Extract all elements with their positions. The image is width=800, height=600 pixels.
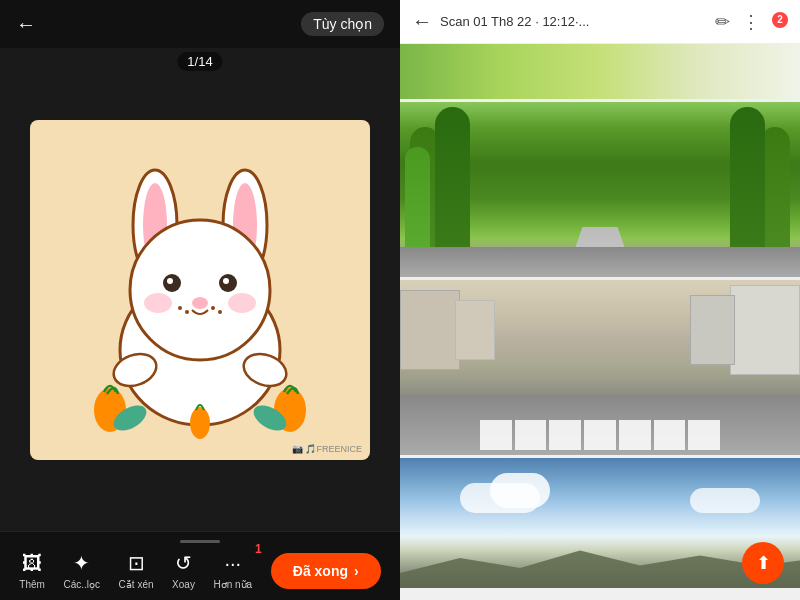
svg-point-5 [130, 220, 270, 360]
share-icon: ⬆ [756, 552, 771, 574]
done-arrow: › [354, 563, 359, 579]
image-green-strip [400, 44, 800, 99]
options-button[interactable]: Tùy chọn [301, 12, 384, 36]
add-label: Thêm [19, 579, 45, 590]
svg-point-10 [192, 297, 208, 309]
left-image-area: 📷🎵FREENICE [0, 48, 400, 531]
image-slot-strip [400, 44, 800, 99]
zebra-crossing [480, 420, 720, 450]
bottom-toolbar: 🖼 Thêm ✦ Các..lọc ⊡ Cắt xén ↺ Xoay ··· H… [0, 531, 400, 600]
watermark: 📷🎵FREENICE [292, 444, 362, 454]
svg-point-9 [223, 278, 229, 284]
right-images-list [400, 44, 800, 600]
svg-point-7 [167, 278, 173, 284]
crop-label: Cắt xén [119, 579, 154, 590]
filter-icon: ✦ [73, 551, 90, 575]
image-street [400, 280, 800, 455]
toolbar-crop[interactable]: ⊡ Cắt xén [119, 551, 154, 590]
done-label: Đã xong [293, 563, 348, 579]
rotate-label: Xoay [172, 579, 195, 590]
crop-icon: ⊡ [128, 551, 145, 575]
svg-point-16 [218, 310, 222, 314]
image-park [400, 102, 800, 277]
image-counter: 1/14 [177, 52, 222, 71]
badge-2: 2 [772, 12, 788, 28]
toolbar-more[interactable]: ··· Hơn nữa [214, 552, 253, 590]
svg-point-11 [144, 293, 172, 313]
svg-point-15 [211, 306, 215, 310]
add-icon: 🖼 [22, 552, 42, 575]
filter-label: Các..lọc [63, 579, 100, 590]
toolbar-filter[interactable]: ✦ Các..lọc [63, 551, 100, 590]
image-slot-park [400, 102, 800, 277]
svg-point-14 [185, 310, 189, 314]
done-button[interactable]: Đã xong › [271, 553, 381, 589]
image-slot-street [400, 280, 800, 455]
share-button[interactable]: ⬆ [742, 542, 784, 584]
toolbar-items: 🖼 Thêm ✦ Các..lọc ⊡ Cắt xén ↺ Xoay ··· H… [0, 551, 400, 590]
bunny-svg [50, 140, 350, 440]
annotation-1: 1 [255, 542, 262, 556]
rotate-icon: ↺ [175, 551, 192, 575]
right-panel: ← Scan 01 Th8 22 · 12:12·... ✏ ⋮ 2 [400, 0, 800, 600]
header-icons: ✏ ⋮ 2 [715, 11, 788, 33]
menu-icon[interactable]: ⋮ [742, 11, 760, 33]
svg-point-20 [190, 407, 210, 439]
right-header: ← Scan 01 Th8 22 · 12:12·... ✏ ⋮ 2 [400, 0, 800, 44]
edit-icon[interactable]: ✏ [715, 11, 730, 33]
image-slot-clouds [400, 458, 800, 588]
back-button-right[interactable]: ← [412, 10, 432, 33]
drag-handle [180, 540, 220, 543]
image-clouds [400, 458, 800, 588]
bunny-image: 📷🎵FREENICE [30, 120, 370, 460]
svg-point-12 [228, 293, 256, 313]
svg-point-13 [178, 306, 182, 310]
more-icon: ··· [225, 552, 242, 575]
more-label: Hơn nữa [214, 579, 253, 590]
toolbar-rotate[interactable]: ↺ Xoay [172, 551, 195, 590]
scan-title: Scan 01 Th8 22 · 12:12·... [440, 14, 707, 29]
back-button-left[interactable]: ← [16, 13, 36, 36]
toolbar-add[interactable]: 🖼 Thêm [19, 552, 45, 590]
left-panel: ← Tùy chọn 1/14 [0, 0, 400, 600]
left-header: ← Tùy chọn [0, 0, 400, 48]
